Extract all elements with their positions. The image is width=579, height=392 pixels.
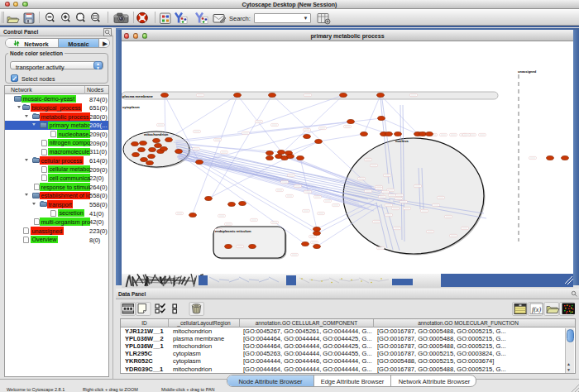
- svg-text:nucleus: nucleus: [395, 139, 409, 143]
- svg-text:plasma membrane: plasma membrane: [122, 94, 153, 98]
- svg-text:f(x): f(x): [532, 306, 541, 313]
- svg-text:endoplasmic reticulum: endoplasmic reticulum: [215, 229, 251, 233]
- svg-text:mitochondrion: mitochondrion: [144, 132, 169, 136]
- svg-text:cytoplasm: cytoplasm: [122, 105, 140, 109]
- svg-text:unassigned: unassigned: [518, 69, 537, 74]
